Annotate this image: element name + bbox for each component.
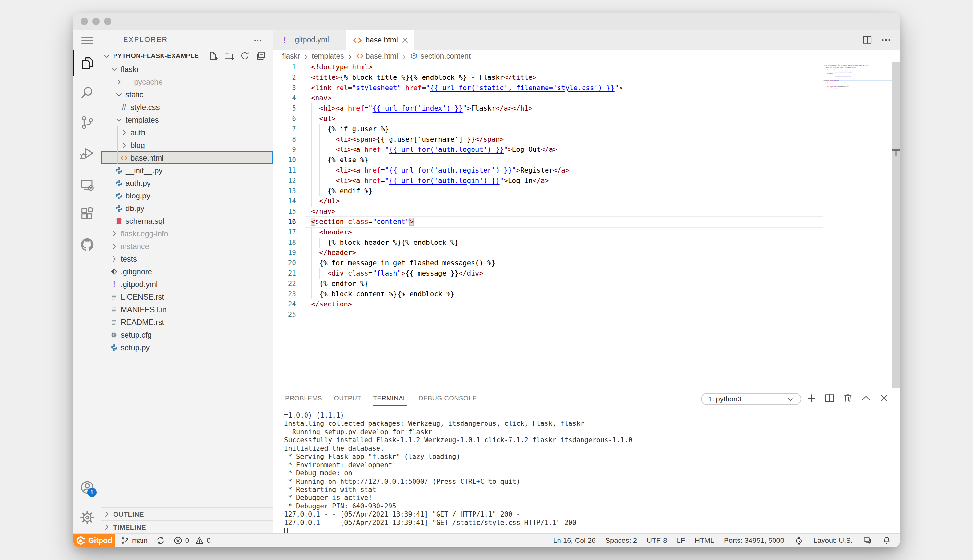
sync-button[interactable] (156, 536, 165, 545)
tree-item-db.py[interactable]: db.py (101, 202, 273, 215)
tab-base.html[interactable]: base.html (346, 30, 414, 50)
tree-item-blog.py[interactable]: blog.py (101, 189, 273, 202)
titlebar[interactable] (73, 13, 900, 30)
menu-icon[interactable] (73, 28, 101, 53)
split-terminal-icon[interactable] (824, 393, 835, 404)
tree-item-README.rst[interactable]: README.rst (101, 316, 273, 328)
code-editor[interactable]: 1234567891011121314151617181920212223242… (273, 62, 900, 388)
code-line-12[interactable]: <li><a href="{{ url_for('auth.login') }}… (311, 176, 623, 186)
code-line-19[interactable]: </header> (311, 248, 623, 258)
terminal-select[interactable]: 1: python3 (701, 393, 801, 405)
traffic-light-zoom[interactable] (104, 18, 111, 25)
terminal-output[interactable]: =1.0.0) (1.1.1)Installing collected pack… (284, 412, 632, 535)
source-control-icon[interactable] (73, 110, 101, 135)
settings-gear-icon[interactable] (73, 505, 101, 530)
editor-scrollbar[interactable] (892, 62, 900, 388)
tree-item-static[interactable]: static (101, 88, 273, 101)
close-panel-icon[interactable] (879, 393, 890, 404)
tree-item-.gitpod.yml[interactable]: !.gitpod.yml (101, 278, 273, 290)
status-lf[interactable]: LF (676, 536, 685, 545)
code-line-1[interactable]: <!doctype html> (311, 62, 623, 73)
tree-item-base.html[interactable]: base.html (101, 152, 273, 164)
code-line-24[interactable]: </section> (311, 299, 623, 310)
tree-item-__pycache__[interactable]: __pycache__ (101, 75, 273, 88)
code-content[interactable]: <!doctype html><title>{% block title %}{… (311, 62, 623, 320)
code-line-5[interactable]: <h1><a href="{{ url_for('index') }}">Fla… (311, 103, 623, 114)
collapse-all-icon[interactable] (256, 51, 266, 61)
status-layout-u-s[interactable]: Layout: U.S. (813, 536, 853, 545)
remote-explorer-icon[interactable] (73, 172, 101, 198)
code-line-3[interactable]: <link rel="stylesheet" href="{{ url_for(… (311, 83, 623, 93)
breadcrumb-flaskr[interactable]: flaskr (282, 52, 300, 61)
panel-tab-debug-console[interactable]: DEBUG CONSOLE (418, 388, 477, 408)
code-line-25[interactable] (311, 310, 623, 320)
status-ln-16-col-26[interactable]: Ln 16, Col 26 (553, 536, 595, 545)
tree-item-instance[interactable]: instance (101, 240, 273, 253)
status-spaces-2[interactable]: Spaces: 2 (605, 536, 637, 545)
code-line-9[interactable]: <li><a href="{{ url_for('auth.logout') }… (311, 145, 623, 155)
tree-item-auth.py[interactable]: auth.py (101, 177, 273, 189)
clock-icon[interactable] (794, 536, 804, 545)
breadcrumb-templates[interactable]: templates (312, 52, 344, 61)
code-line-21[interactable]: <div class="flash">{{ message }}</div> (311, 268, 623, 279)
tree-item-LICENSE.rst[interactable]: LICENSE.rst (101, 290, 273, 303)
breadcrumb-section.content[interactable]: section.content (410, 52, 471, 61)
new-terminal-icon[interactable] (806, 393, 817, 404)
status-html[interactable]: HTML (695, 536, 714, 545)
explorer-section-header[interactable]: PYTHON-FLASK-EXAMPLE (101, 49, 273, 63)
code-line-11[interactable]: <li><a href="{{ url_for('auth.register')… (311, 165, 623, 176)
tree-item-.gitignore[interactable]: .gitignore (101, 265, 273, 278)
code-line-22[interactable]: {% endfor %} (311, 279, 623, 289)
breadcrumb-base.html[interactable]: base.html (356, 52, 398, 61)
code-line-2[interactable]: <title>{% block title %}{% endblock %} -… (311, 73, 623, 83)
explorer-icon[interactable] (73, 50, 101, 76)
tree-item-flaskr.egg-info[interactable]: flaskr.egg-info (101, 227, 273, 240)
explorer-more-actions-icon[interactable] (253, 36, 263, 47)
code-line-14[interactable]: </ul> (311, 196, 623, 207)
close-tab-icon[interactable] (401, 36, 410, 45)
tree-item-flaskr[interactable]: flaskr (101, 63, 273, 75)
tree-item-setup.py[interactable]: setup.py (101, 341, 273, 354)
extensions-icon[interactable] (73, 201, 101, 227)
sidebar-section-outline[interactable]: OUTLINE (101, 507, 273, 520)
code-line-23[interactable]: {% block content %}{% endblock %} (311, 289, 623, 300)
code-line-16[interactable]: <section class="content"> (311, 217, 623, 227)
account-icon[interactable]: 1 (73, 474, 101, 500)
new-folder-icon[interactable] (224, 51, 234, 61)
code-line-13[interactable]: {% endif %} (311, 186, 623, 197)
code-line-4[interactable]: <nav> (311, 93, 623, 103)
maximize-panel-icon[interactable] (860, 393, 871, 404)
tab-.gitpod.yml[interactable]: !.gitpod.yml (273, 30, 346, 50)
tree-item-__init__.py[interactable]: __init__.py (101, 164, 273, 177)
code-line-20[interactable]: {% for message in get_flashed_messages()… (311, 258, 623, 268)
code-line-6[interactable]: <ul> (311, 114, 623, 124)
sidebar-section-timeline[interactable]: TIMELINE (101, 520, 273, 533)
tree-item-style.css[interactable]: #style.css (101, 101, 273, 113)
code-line-15[interactable]: </nav> (311, 207, 623, 217)
run-debug-icon[interactable] (73, 140, 101, 167)
panel-tab-output[interactable]: OUTPUT (334, 388, 361, 408)
branch-indicator[interactable]: main (120, 536, 148, 545)
panel-tab-problems[interactable]: PROBLEMS (285, 388, 322, 408)
tree-item-MANIFEST.in[interactable]: MANIFEST.in (101, 303, 273, 316)
github-icon[interactable] (73, 232, 101, 257)
code-line-7[interactable]: {% if g.user %} (311, 124, 623, 135)
split-editor-icon[interactable] (862, 34, 873, 45)
traffic-light-minimize[interactable] (92, 18, 100, 25)
kill-terminal-icon[interactable] (842, 393, 853, 404)
refresh-icon[interactable] (240, 51, 250, 61)
panel-tab-terminal[interactable]: TERMINAL (373, 388, 407, 408)
status-utf-8[interactable]: UTF-8 (647, 536, 667, 545)
traffic-light-close[interactable] (81, 18, 88, 25)
more-actions-icon[interactable] (881, 34, 891, 45)
tree-item-blog[interactable]: blog (101, 139, 273, 152)
search-icon[interactable] (73, 80, 101, 105)
code-line-10[interactable]: {% else %} (311, 155, 623, 165)
tree-item-templates[interactable]: templates (101, 113, 273, 126)
new-file-icon[interactable] (208, 51, 218, 61)
tree-item-schema.sql[interactable]: schema.sql (101, 215, 273, 227)
code-line-18[interactable]: {% block header %}{% endblock %} (311, 238, 623, 248)
feedback-icon[interactable] (862, 536, 872, 545)
problems-indicator[interactable]: 0 0 (173, 536, 211, 545)
remote-indicator[interactable]: Gitpod (73, 534, 115, 547)
